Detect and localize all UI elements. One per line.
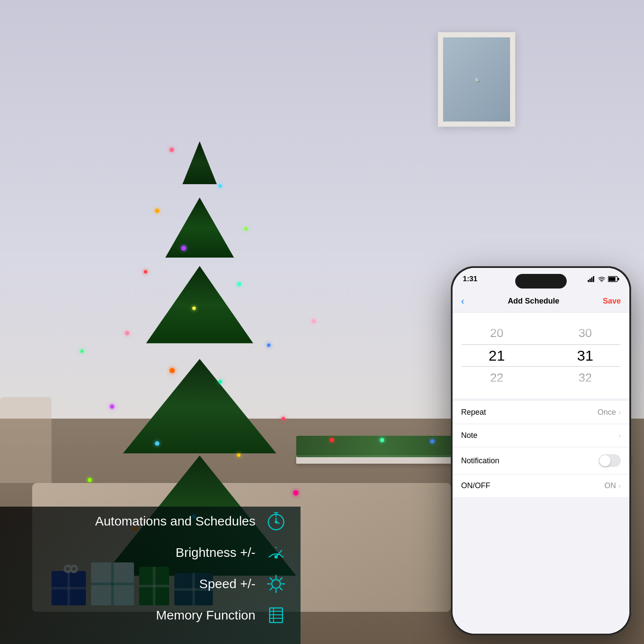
- light-21: [80, 349, 84, 353]
- note-row[interactable]: Note ›: [453, 424, 629, 447]
- memory-icon: [264, 603, 288, 627]
- toggle-knob: [599, 455, 611, 466]
- onoff-value: ON ›: [605, 481, 621, 490]
- settings-group: Repeat Once › Note ›: [453, 401, 629, 497]
- feature-label-speed: Speed +/-: [21, 577, 255, 591]
- light-1: [170, 148, 174, 152]
- svg-rect-32: [618, 278, 619, 280]
- svg-point-5: [275, 521, 277, 523]
- feature-label-automations: Automations and Schedules: [21, 514, 255, 529]
- svg-line-16: [270, 578, 272, 580]
- svg-rect-28: [593, 276, 594, 282]
- phone-frame: 1:31: [451, 266, 631, 635]
- features-area: Automations and Schedules Brightness +/-: [13, 501, 296, 635]
- status-icons: [588, 276, 619, 282]
- light-3: [155, 209, 159, 213]
- light-22: [312, 319, 316, 323]
- dynamic-island: [515, 274, 567, 289]
- light-18: [293, 490, 298, 495]
- back-button[interactable]: ‹: [461, 296, 464, 307]
- hours-column[interactable]: 20 21 22: [453, 313, 541, 398]
- light-16: [237, 453, 240, 457]
- light-13: [110, 404, 114, 409]
- save-button[interactable]: Save: [603, 297, 621, 306]
- notification-row[interactable]: Notification: [453, 447, 629, 474]
- onoff-value-text: ON: [605, 481, 616, 490]
- nav-bar: ‹ Add Schedule Save: [453, 290, 629, 313]
- time-picker[interactable]: 20 21 22 30 31 32: [453, 313, 629, 398]
- gauge-icon: [264, 541, 288, 564]
- minutes-column[interactable]: 30 31 32: [541, 313, 629, 398]
- onoff-row[interactable]: ON/OFF ON ›: [453, 474, 629, 497]
- minute-30: 30: [541, 322, 629, 344]
- svg-point-11: [272, 580, 280, 588]
- onoff-chevron: ›: [619, 482, 621, 490]
- svg-point-7: [275, 556, 277, 558]
- svg-line-17: [280, 588, 282, 590]
- light-11: [170, 368, 175, 373]
- tree-layer-3: [118, 359, 281, 453]
- phone-screen: 1:31: [453, 268, 629, 634]
- notification-toggle[interactable]: [598, 454, 621, 467]
- svg-line-18: [280, 578, 282, 580]
- tree-layer-top: [182, 141, 217, 184]
- tree-layer-1: [165, 197, 234, 258]
- settings-section: Repeat Once › Note ›: [453, 401, 629, 634]
- repeat-value-text: Once: [598, 408, 616, 417]
- repeat-chevron: ›: [619, 409, 621, 416]
- svg-rect-31: [609, 277, 616, 281]
- svg-line-19: [270, 588, 272, 590]
- svg-rect-25: [588, 280, 589, 282]
- hour-22: 22: [453, 367, 541, 389]
- wifi-icon: [598, 276, 605, 282]
- notification-label: Notification: [461, 456, 499, 465]
- light-9: [125, 331, 129, 335]
- feature-row-speed: Speed +/-: [21, 572, 288, 595]
- light-7: [237, 282, 241, 286]
- minute-32: 32: [541, 367, 629, 389]
- light-2: [219, 184, 222, 188]
- light-12: [219, 380, 222, 383]
- tree-layer-2: [144, 266, 255, 343]
- light-10: [267, 343, 270, 347]
- light-6: [144, 270, 147, 273]
- light-17: [88, 478, 92, 482]
- picture-frame: 🏔️: [438, 32, 515, 127]
- signal-icon: [588, 276, 595, 282]
- phone-container: 1:31: [451, 266, 631, 635]
- light-8: [192, 307, 196, 310]
- hour-20: 20: [453, 322, 541, 344]
- svg-rect-26: [589, 279, 591, 282]
- feature-label-memory: Memory Function: [21, 608, 255, 623]
- light-5: [181, 246, 186, 251]
- battery-icon: [608, 276, 619, 282]
- clock-icon: [264, 509, 288, 533]
- repeat-label: Repeat: [461, 408, 486, 417]
- onoff-label: ON/OFF: [461, 481, 490, 490]
- note-value: ›: [619, 432, 621, 440]
- light-15: [155, 441, 159, 446]
- feature-row-brightness: Brightness +/-: [21, 541, 288, 564]
- repeat-value: Once ›: [598, 408, 621, 417]
- light-14: [282, 417, 285, 420]
- minute-31: 31: [541, 344, 629, 367]
- light-4: [244, 227, 248, 231]
- status-time: 1:31: [463, 275, 477, 283]
- hour-21: 21: [453, 344, 541, 367]
- note-label: Note: [461, 431, 477, 440]
- feature-row-memory: Memory Function: [21, 603, 288, 627]
- nav-title: Add Schedule: [508, 297, 559, 306]
- note-chevron: ›: [619, 432, 621, 440]
- svg-point-29: [601, 281, 602, 282]
- brightness-icon: [264, 572, 288, 595]
- feature-row-automations: Automations and Schedules: [21, 509, 288, 533]
- repeat-row[interactable]: Repeat Once ›: [453, 401, 629, 424]
- svg-rect-27: [591, 277, 592, 282]
- feature-label-brightness: Brightness +/-: [21, 545, 255, 560]
